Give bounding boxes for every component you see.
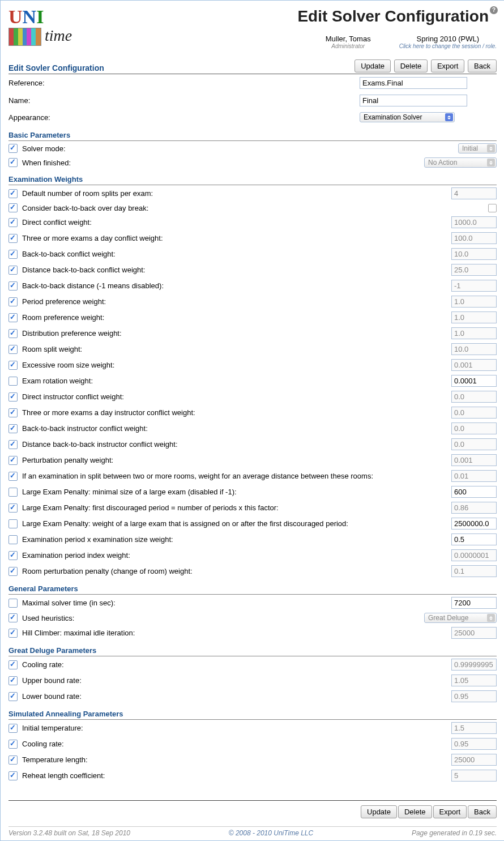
param-checkbox[interactable] <box>488 204 497 212</box>
back-button[interactable]: Back <box>468 805 497 818</box>
param-enable-checkbox[interactable] <box>8 297 18 306</box>
param-input[interactable] <box>451 248 497 260</box>
param-input[interactable] <box>451 187 497 199</box>
param-enable-checkbox[interactable] <box>8 250 18 259</box>
session-change-link[interactable]: Click here to change the session / role. <box>399 43 497 49</box>
param-input[interactable] <box>451 690 497 702</box>
param-enable-checkbox[interactable] <box>8 189 18 198</box>
param-input[interactable] <box>451 359 497 371</box>
export-button[interactable]: Export <box>433 805 467 818</box>
section-title: Edit Sovler Configuration <box>8 63 104 72</box>
param-input[interactable] <box>451 232 497 244</box>
param-enable-checkbox[interactable] <box>8 519 18 528</box>
param-input[interactable] <box>451 674 497 686</box>
update-button[interactable]: Update <box>354 59 391 72</box>
param-label: Distance back-to-back instructor conflic… <box>22 440 451 449</box>
param-row: Direct conflict weight: <box>8 214 497 230</box>
param-label: Distribution preference weight: <box>22 329 451 338</box>
param-enable-checkbox[interactable] <box>8 613 18 622</box>
param-input[interactable] <box>451 754 497 766</box>
param-select[interactable]: Initial <box>458 143 497 153</box>
param-enable-checkbox[interactable] <box>8 218 18 227</box>
param-input[interactable] <box>451 296 497 308</box>
param-input[interactable] <box>451 470 497 482</box>
param-enable-checkbox[interactable] <box>8 740 18 749</box>
update-button[interactable]: Update <box>361 805 397 818</box>
param-input[interactable] <box>451 311 497 323</box>
param-input[interactable] <box>451 422 497 434</box>
param-enable-checkbox[interactable] <box>8 408 18 417</box>
param-enable-checkbox[interactable] <box>8 266 18 275</box>
param-enable-checkbox[interactable] <box>8 551 18 560</box>
param-input[interactable] <box>451 549 497 561</box>
param-enable-checkbox[interactable] <box>8 503 18 513</box>
name-input[interactable] <box>360 95 467 106</box>
param-enable-checkbox[interactable] <box>8 599 18 608</box>
footer-copyright[interactable]: © 2008 - 2010 UniTime LLC <box>229 829 313 837</box>
param-enable-checkbox[interactable] <box>8 281 18 291</box>
param-enable-checkbox[interactable] <box>8 392 18 402</box>
param-input[interactable] <box>451 627 497 639</box>
param-enable-checkbox[interactable] <box>8 329 18 338</box>
param-enable-checkbox[interactable] <box>8 234 18 243</box>
param-input[interactable] <box>451 407 497 419</box>
param-input[interactable] <box>451 216 497 228</box>
param-row: Consider back-to-back over day break: <box>8 201 497 214</box>
back-button[interactable]: Back <box>468 59 497 72</box>
param-input[interactable] <box>451 597 497 609</box>
param-input[interactable] <box>451 327 497 339</box>
param-input[interactable] <box>451 486 497 498</box>
param-input[interactable] <box>451 502 497 514</box>
param-enable-checkbox[interactable] <box>8 567 18 576</box>
param-input[interactable] <box>451 454 497 466</box>
param-input[interactable] <box>451 438 497 450</box>
param-label: Temperature length: <box>22 755 451 764</box>
param-input[interactable] <box>451 518 497 530</box>
param-enable-checkbox[interactable] <box>8 158 18 167</box>
param-enable-checkbox[interactable] <box>8 313 18 322</box>
param-input[interactable] <box>451 533 497 545</box>
param-enable-checkbox[interactable] <box>8 472 18 481</box>
param-label: Room perturbation penalty (change of roo… <box>22 567 451 575</box>
help-icon[interactable]: ? <box>490 6 498 14</box>
param-input[interactable] <box>451 565 497 577</box>
param-enable-checkbox[interactable] <box>8 144 18 153</box>
param-input[interactable] <box>451 343 497 355</box>
param-enable-checkbox[interactable] <box>8 345 18 354</box>
appearance-select[interactable]: Examination Solver <box>360 112 455 122</box>
param-label: Lower bound rate: <box>22 692 451 701</box>
param-enable-checkbox[interactable] <box>8 660 18 669</box>
param-input[interactable] <box>451 770 497 782</box>
param-enable-checkbox[interactable] <box>8 535 18 544</box>
param-input[interactable] <box>451 738 497 750</box>
param-input[interactable] <box>451 391 497 403</box>
param-enable-checkbox[interactable] <box>8 361 18 370</box>
param-input[interactable] <box>451 280 497 292</box>
reference-input[interactable] <box>360 77 467 89</box>
export-button[interactable]: Export <box>431 59 465 72</box>
param-enable-checkbox[interactable] <box>8 488 18 497</box>
param-row: Distance back-to-back conflict weight: <box>8 262 497 278</box>
param-enable-checkbox[interactable] <box>8 456 18 465</box>
param-label: Consider back-to-back over day break: <box>22 204 488 212</box>
param-input[interactable] <box>451 264 497 276</box>
param-enable-checkbox[interactable] <box>8 377 18 386</box>
param-input[interactable] <box>451 659 497 671</box>
param-select[interactable]: Great Deluge <box>424 613 497 623</box>
param-enable-checkbox[interactable] <box>8 629 18 638</box>
param-label: Initial temperature: <box>22 724 451 732</box>
param-enable-checkbox[interactable] <box>8 755 18 765</box>
param-select[interactable]: No Action <box>424 157 497 168</box>
param-enable-checkbox[interactable] <box>8 424 18 433</box>
delete-button[interactable]: Delete <box>394 59 428 72</box>
delete-button[interactable]: Delete <box>398 805 432 818</box>
param-input[interactable] <box>451 375 497 387</box>
param-enable-checkbox[interactable] <box>8 203 18 212</box>
param-enable-checkbox[interactable] <box>8 676 18 685</box>
param-enable-checkbox[interactable] <box>8 440 18 449</box>
param-enable-checkbox[interactable] <box>8 692 18 701</box>
param-row: Three or more exams a day instructor con… <box>8 404 497 420</box>
param-enable-checkbox[interactable] <box>8 771 18 780</box>
param-input[interactable] <box>451 722 497 734</box>
param-enable-checkbox[interactable] <box>8 724 18 733</box>
